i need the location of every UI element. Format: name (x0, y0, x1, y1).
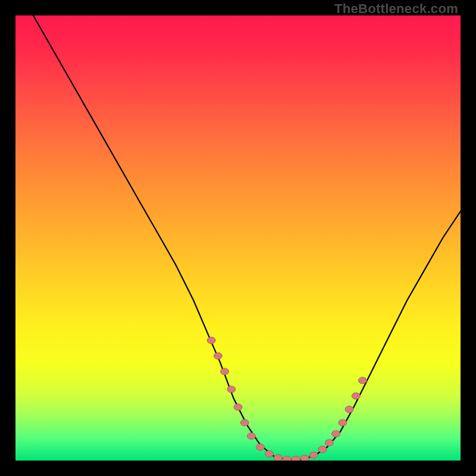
chart-plot-area (15, 15, 461, 461)
curve-marker (247, 433, 255, 439)
curve-marker (292, 456, 300, 461)
curve-marker (256, 444, 264, 450)
curve-marker (283, 456, 291, 461)
chart-svg (15, 15, 461, 461)
curve-marker (332, 431, 340, 437)
curve-marker (274, 455, 282, 461)
outer-frame: TheBottleneck.com (0, 0, 476, 476)
curve-marker (234, 404, 242, 411)
curve-marker (339, 419, 347, 426)
curve-marker (265, 450, 273, 457)
bottleneck-curve (33, 15, 461, 460)
curve-marker (309, 452, 318, 459)
curve-marker (300, 455, 309, 461)
curve-marker (227, 386, 236, 393)
curve-marker (207, 337, 215, 344)
curve-marker (240, 419, 249, 426)
curve-markers (207, 337, 367, 461)
curve-marker (214, 353, 222, 359)
curve-marker (318, 446, 327, 453)
curve-marker (221, 368, 229, 375)
watermark-text: TheBottleneck.com (334, 1, 458, 17)
curve-marker (325, 440, 333, 446)
curve-marker (358, 377, 367, 384)
curve-marker (345, 406, 353, 413)
curve-marker (352, 393, 360, 399)
